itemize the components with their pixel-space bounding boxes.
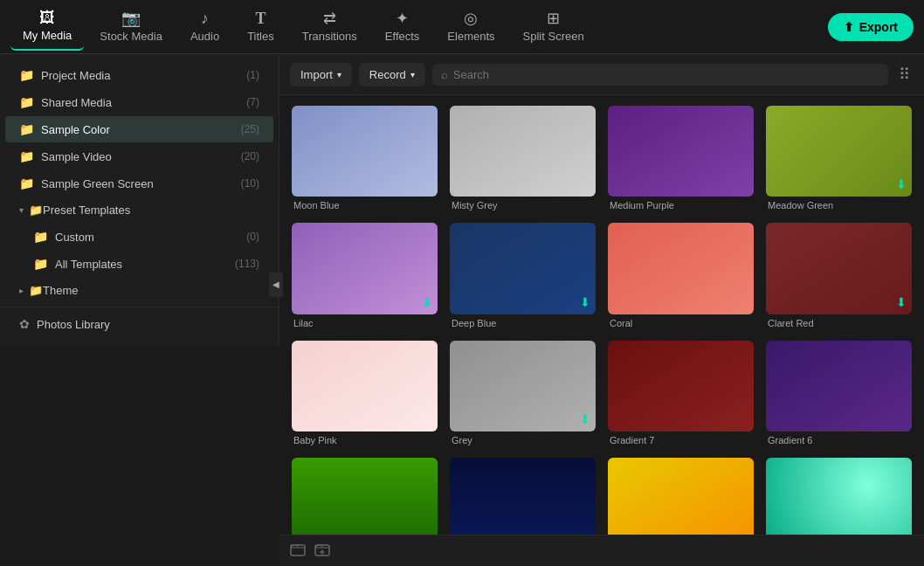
media-item-misty-grey[interactable]: Misty Grey bbox=[450, 106, 596, 211]
sidebar-item-count: (20) bbox=[241, 150, 259, 162]
sidebar-item-sample-green-screen[interactable]: 📁 Sample Green Screen (10) bbox=[5, 170, 273, 197]
sidebar-item-label: Sample Green Screen bbox=[41, 177, 241, 190]
nav-item-effects-label: Effects bbox=[385, 30, 420, 43]
new-folder-button[interactable] bbox=[290, 542, 306, 561]
sidebar-item-preset-templates[interactable]: ▾ 📁 Preset Templates bbox=[5, 197, 273, 223]
sidebar-item-label: Theme bbox=[43, 284, 78, 297]
media-item-lilac[interactable]: ⬇Lilac bbox=[292, 223, 438, 328]
import-label: Import bbox=[300, 68, 333, 81]
media-grid: Moon BlueMisty GreyMedium Purple⬇Meadow … bbox=[279, 95, 924, 535]
nav-item-elements-label: Elements bbox=[447, 30, 494, 43]
nav-item-audio[interactable]: ♪ Audio bbox=[178, 3, 231, 50]
download-icon: ⬇ bbox=[580, 295, 590, 309]
effects-icon: ✦ bbox=[396, 10, 409, 26]
sidebar-item-count: (113) bbox=[235, 258, 259, 270]
search-bar[interactable]: ⌕ bbox=[432, 64, 888, 86]
folder-icon: 📁 bbox=[19, 122, 34, 136]
sidebar-item-count: (1) bbox=[246, 69, 259, 81]
media-item-deep-blue[interactable]: ⬇Deep Blue bbox=[450, 223, 596, 328]
titles-icon: T bbox=[255, 10, 265, 26]
media-item-label: Misty Grey bbox=[450, 200, 596, 211]
media-item-grey[interactable]: ⬇Grey bbox=[450, 341, 596, 445]
import-button[interactable]: Import ▾ bbox=[290, 63, 352, 86]
sidebar-item-label: Custom bbox=[55, 231, 246, 244]
media-item-label: Deep Blue bbox=[450, 318, 596, 328]
media-item-moon-blue[interactable]: Moon Blue bbox=[292, 106, 438, 211]
nav-item-split-screen-label: Split Screen bbox=[523, 30, 584, 43]
nav-item-transitions[interactable]: ⇄ Transitions bbox=[290, 3, 369, 50]
nav-item-titles[interactable]: T Titles bbox=[235, 3, 286, 50]
nav-items: 🖼 My Media 📷 Stock Media ♪ Audio T Title… bbox=[10, 3, 828, 51]
sidebar-item-label: Project Media bbox=[41, 69, 246, 82]
sidebar: 📁 Project Media (1) 📁 Shared Media (7) 📁… bbox=[0, 54, 279, 345]
sidebar-item-shared-media[interactable]: 📁 Shared Media (7) bbox=[5, 89, 273, 115]
bottom-bar bbox=[279, 535, 924, 566]
media-item-gradient-6[interactable]: Gradient 6 bbox=[766, 341, 912, 445]
sidebar-item-photos-library[interactable]: ✿ Photos Library bbox=[5, 311, 273, 337]
media-item-label: Moon Blue bbox=[292, 200, 438, 211]
sidebar-item-sample-video[interactable]: 📁 Sample Video (20) bbox=[5, 143, 273, 169]
chevron-down-icon: ▾ bbox=[337, 70, 341, 79]
media-item-gradient-3[interactable]: Gradient 3 bbox=[608, 458, 754, 535]
add-folder-button[interactable] bbox=[314, 542, 330, 561]
nav-item-transitions-label: Transitions bbox=[302, 30, 357, 43]
sidebar-item-label: All Templates bbox=[55, 258, 235, 271]
media-item-label: Gradient 6 bbox=[766, 435, 912, 445]
nav-item-elements[interactable]: ◎ Elements bbox=[435, 3, 507, 50]
media-item-gradient-2[interactable]: Gradient 2 bbox=[766, 458, 912, 535]
nav-item-titles-label: Titles bbox=[247, 30, 274, 43]
media-item-claret-red[interactable]: ⬇Claret Red bbox=[766, 223, 912, 328]
record-label: Record bbox=[369, 68, 406, 81]
media-item-label: Baby Pink bbox=[292, 435, 438, 445]
sidebar-item-project-media[interactable]: 📁 Project Media (1) bbox=[5, 62, 273, 88]
folder-icon: 📁 bbox=[29, 204, 43, 217]
split-screen-icon: ⊞ bbox=[547, 10, 560, 26]
search-input[interactable] bbox=[453, 68, 879, 81]
elements-icon: ◎ bbox=[464, 10, 478, 26]
media-item-label: Grey bbox=[450, 435, 596, 445]
nav-item-split-screen[interactable]: ⊞ Split Screen bbox=[511, 3, 596, 50]
download-icon: ⬇ bbox=[580, 412, 590, 426]
nav-item-audio-label: Audio bbox=[190, 30, 219, 43]
audio-icon: ♪ bbox=[201, 10, 209, 26]
folder-icon: 📁 bbox=[29, 284, 43, 297]
folder-icon: 📁 bbox=[19, 149, 34, 163]
nav-item-stock-media-label: Stock Media bbox=[100, 30, 162, 43]
nav-item-stock-media[interactable]: 📷 Stock Media bbox=[87, 3, 175, 50]
media-item-gradient-4[interactable]: Gradient 4 bbox=[450, 458, 596, 535]
sidebar-wrapper: 📁 Project Media (1) 📁 Shared Media (7) 📁… bbox=[0, 54, 279, 566]
nav-item-my-media-label: My Media bbox=[23, 29, 72, 42]
sidebar-item-count: (7) bbox=[246, 96, 259, 108]
sidebar-item-all-templates[interactable]: 📁 All Templates (113) bbox=[5, 251, 273, 277]
sidebar-item-sample-color[interactable]: 📁 Sample Color (25) bbox=[5, 116, 273, 142]
media-item-meadow-green[interactable]: ⬇Meadow Green bbox=[766, 106, 912, 211]
grid-toggle-button[interactable]: ⠿ bbox=[895, 61, 914, 87]
sidebar-item-label: Sample Color bbox=[41, 123, 241, 136]
main-layout: 📁 Project Media (1) 📁 Shared Media (7) 📁… bbox=[0, 54, 924, 566]
media-item-coral[interactable]: Coral bbox=[608, 223, 754, 328]
media-item-label: Gradient 7 bbox=[608, 435, 754, 445]
separator bbox=[0, 307, 279, 307]
download-icon: ⬇ bbox=[896, 295, 907, 309]
sidebar-item-theme[interactable]: ▸ 📁 Theme bbox=[5, 278, 273, 303]
export-button[interactable]: ⬆ Export bbox=[828, 13, 914, 41]
content-area: Import ▾ Record ▾ ⌕ ⠿ Moon BlueMisty Gre… bbox=[279, 54, 924, 566]
record-button[interactable]: Record ▾ bbox=[359, 63, 425, 86]
sidebar-item-count: (0) bbox=[246, 231, 259, 243]
media-item-gradient-7[interactable]: Gradient 7 bbox=[608, 341, 754, 445]
nav-item-effects[interactable]: ✦ Effects bbox=[373, 3, 432, 50]
folder-icon: 📁 bbox=[19, 68, 34, 82]
media-item-medium-purple[interactable]: Medium Purple bbox=[608, 106, 754, 211]
sidebar-item-label: Photos Library bbox=[37, 318, 259, 331]
media-item-gradient-5[interactable]: Gradient 5 bbox=[292, 458, 438, 535]
stock-media-icon: 📷 bbox=[121, 10, 141, 26]
sidebar-item-custom[interactable]: 📁 Custom (0) bbox=[5, 224, 273, 250]
sidebar-item-count: (25) bbox=[241, 123, 259, 135]
collapse-sidebar-button[interactable]: ◀ bbox=[269, 273, 283, 297]
nav-item-my-media[interactable]: 🖼 My Media bbox=[10, 3, 84, 51]
media-item-baby-pink[interactable]: Baby Pink bbox=[292, 341, 438, 445]
photos-library-icon: ✿ bbox=[19, 317, 30, 331]
my-media-icon: 🖼 bbox=[39, 10, 55, 25]
sidebar-item-label: Preset Templates bbox=[43, 204, 130, 217]
sidebar-item-count: (10) bbox=[241, 177, 259, 190]
